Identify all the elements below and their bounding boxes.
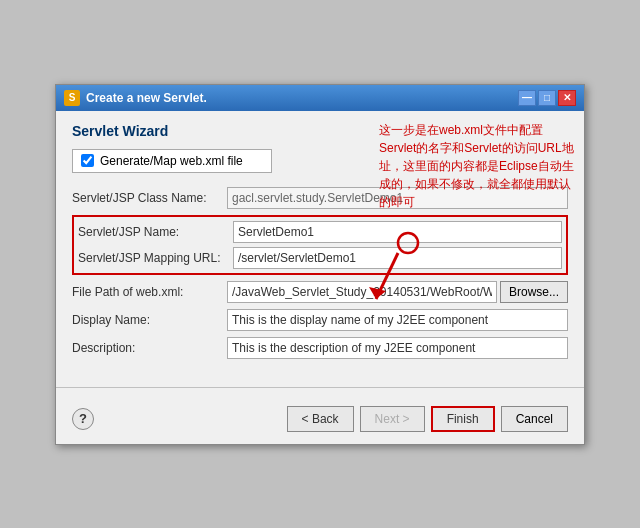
dialog-title: Create a new Servlet. — [86, 91, 207, 105]
footer-buttons: < Back Next > Finish Cancel — [287, 406, 568, 432]
help-button[interactable]: ? — [72, 408, 94, 430]
finish-button[interactable]: Finish — [431, 406, 495, 432]
create-servlet-dialog: S Create a new Servlet. — □ ✕ Servlet Wi… — [55, 84, 585, 445]
title-controls: — □ ✕ — [518, 90, 576, 106]
class-name-label: Servlet/JSP Class Name: — [72, 191, 227, 205]
cancel-button[interactable]: Cancel — [501, 406, 568, 432]
footer: ? < Back Next > Finish Cancel — [56, 398, 584, 444]
description-input[interactable] — [227, 337, 568, 359]
dialog-icon: S — [64, 90, 80, 106]
highlighted-section: Servlet/JSP Name: Servlet/JSP Mapping UR… — [72, 215, 568, 275]
dialog-body: Servlet Wizard 这一步是在web.xml文件中配置Servlet的… — [56, 111, 584, 377]
generate-map-checkbox[interactable] — [81, 154, 94, 167]
title-bar: S Create a new Servlet. — □ ✕ — [56, 85, 584, 111]
minimize-button[interactable]: — — [518, 90, 536, 106]
annotation-text: 这一步是在web.xml文件中配置Servlet的名字和Servlet的访问UR… — [379, 121, 574, 211]
display-name-row: Display Name: — [72, 309, 568, 331]
servlet-name-row: Servlet/JSP Name: — [78, 221, 562, 243]
file-path-input[interactable] — [227, 281, 497, 303]
form-area: Servlet/JSP Class Name: Servlet/JSP Name… — [72, 187, 568, 359]
generate-map-checkbox-row: Generate/Map web.xml file — [72, 149, 272, 173]
servlet-name-label: Servlet/JSP Name: — [78, 225, 233, 239]
back-button[interactable]: < Back — [287, 406, 354, 432]
footer-separator — [56, 387, 584, 388]
description-row: Description: — [72, 337, 568, 359]
browse-button[interactable]: Browse... — [500, 281, 568, 303]
mapping-url-input[interactable] — [233, 247, 562, 269]
title-bar-left: S Create a new Servlet. — [64, 90, 207, 106]
description-label: Description: — [72, 341, 227, 355]
generate-map-label: Generate/Map web.xml file — [100, 154, 243, 168]
footer-left: ? — [72, 408, 94, 430]
display-name-label: Display Name: — [72, 313, 227, 327]
display-name-input[interactable] — [227, 309, 568, 331]
mapping-url-label: Servlet/JSP Mapping URL: — [78, 251, 233, 265]
file-path-row: File Path of web.xml: Browse... — [72, 281, 568, 303]
close-button[interactable]: ✕ — [558, 90, 576, 106]
mapping-url-row: Servlet/JSP Mapping URL: — [78, 247, 562, 269]
next-button[interactable]: Next > — [360, 406, 425, 432]
maximize-button[interactable]: □ — [538, 90, 556, 106]
file-path-label: File Path of web.xml: — [72, 285, 227, 299]
servlet-name-input[interactable] — [233, 221, 562, 243]
